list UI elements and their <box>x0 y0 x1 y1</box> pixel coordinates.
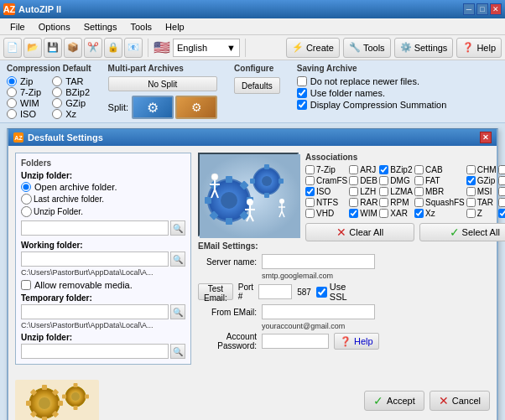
assoc-label-gzip[interactable]: GZip <box>477 176 496 185</box>
cancel-button[interactable]: ✕ Cancel <box>430 391 490 411</box>
help-button[interactable]: ❓ Help <box>456 38 502 58</box>
assoc-label-rpm[interactable]: RPM <box>390 198 409 207</box>
assoc-checkbox-vhd[interactable] <box>305 209 315 218</box>
assoc-label-cramfs[interactable]: CramFS <box>316 176 347 185</box>
assoc-checkbox-mbr[interactable] <box>414 187 424 196</box>
assoc-checkbox-squashfs[interactable] <box>414 198 424 207</box>
assoc-checkbox-bzip2[interactable] <box>379 165 388 174</box>
assoc-label-bzip2[interactable]: BZip2 <box>390 165 412 174</box>
radio-zip[interactable] <box>7 76 17 86</box>
menu-file[interactable]: File <box>3 20 32 34</box>
last-archive-radio[interactable] <box>21 194 32 205</box>
assoc-checkbox-deb[interactable] <box>349 176 358 185</box>
assoc-label-mbr[interactable]: MBR <box>425 187 444 196</box>
assoc-checkbox-xz[interactable] <box>414 209 424 218</box>
assoc-checkbox-dmg[interactable] <box>379 176 388 185</box>
language-selector[interactable]: 🇺🇸 English ▼ <box>154 39 240 57</box>
assoc-checkbox-rar[interactable] <box>349 198 358 207</box>
radio-bzip2-row[interactable]: BZip2 <box>52 87 91 97</box>
assoc-checkbox-hfs[interactable] <box>498 176 505 185</box>
radio-wim[interactable] <box>7 98 17 108</box>
assoc-label-msi[interactable]: MSI <box>477 187 492 196</box>
port-input[interactable] <box>258 284 292 299</box>
test-email-button[interactable]: Test Email: <box>198 283 233 300</box>
settings-button[interactable]: ⚙️ Settings <box>394 38 454 58</box>
assoc-label-tar[interactable]: TAR <box>477 198 493 207</box>
no-split-button[interactable]: No Split <box>108 76 217 91</box>
assoc-checkbox-fat[interactable] <box>414 176 424 185</box>
radio-tar-row[interactable]: TAR <box>52 76 91 86</box>
assoc-checkbox-ntfs[interactable] <box>305 198 315 207</box>
assoc-checkbox-tar[interactable] <box>466 198 476 207</box>
assoc-label-z[interactable]: Z <box>477 209 482 218</box>
radio-xz[interactable] <box>52 109 62 119</box>
radio-7zip[interactable] <box>7 87 17 97</box>
display-compression-check[interactable] <box>297 100 307 110</box>
radio-7zip-row[interactable]: 7-Zip <box>7 87 45 97</box>
assoc-checkbox-xar[interactable] <box>379 209 388 218</box>
toolbar-btn6[interactable]: 🔒 <box>104 38 122 58</box>
toolbar-open[interactable]: 📂 <box>23 38 42 58</box>
unzip-path-input[interactable] <box>21 220 169 236</box>
assoc-label-lzma[interactable]: LZMA <box>390 187 413 196</box>
clear-all-button[interactable]: ✕ Clear All <box>305 223 414 241</box>
unzip-bottom-browse-btn[interactable]: 🔍 <box>170 344 185 359</box>
select-all-button[interactable]: ✓ Select All <box>419 223 505 241</box>
assoc-label-rar[interactable]: RAR <box>360 198 377 207</box>
toolbar-btn5[interactable]: ✂️ <box>84 38 102 58</box>
assoc-label-deb[interactable]: DEB <box>360 176 377 185</box>
assoc-checkbox-cab[interactable] <box>414 165 424 174</box>
assoc-checkbox-cpio[interactable] <box>498 165 505 174</box>
assoc-label-iso[interactable]: ISO <box>316 187 331 196</box>
radio-xz-row[interactable]: Xz <box>52 109 91 119</box>
close-button[interactable]: ✕ <box>490 3 502 15</box>
assoc-checkbox-lzh[interactable] <box>349 187 358 196</box>
assoc-checkbox-iso[interactable] <box>305 187 315 196</box>
assoc-checkbox-lzma[interactable] <box>379 187 388 196</box>
menu-help[interactable]: Help <box>159 20 191 34</box>
assoc-checkbox-gzip[interactable] <box>466 176 476 185</box>
assoc-checkbox-cramfs[interactable] <box>305 176 315 185</box>
toolbar-new[interactable]: 📄 <box>3 38 22 58</box>
radio-zip-row[interactable]: Zip <box>7 76 45 86</box>
temp-path-input[interactable] <box>21 304 169 319</box>
unzip-browse-btn[interactable]: 🔍 <box>170 220 185 236</box>
assoc-label-arj[interactable]: ARJ <box>360 165 376 174</box>
no-replace-row[interactable]: Do not replace newer files. <box>297 76 447 86</box>
tools-button[interactable]: 🔧 Tools <box>343 38 391 58</box>
no-replace-check[interactable] <box>297 76 307 86</box>
assoc-checkbox-7-zip[interactable] <box>305 165 315 174</box>
assoc-label-dmg[interactable]: DMG <box>390 176 409 185</box>
accept-button[interactable]: ✓ Accept <box>364 391 424 411</box>
assoc-label-lzh[interactable]: LZH <box>360 187 376 196</box>
open-archive-radio[interactable]: Open archive folder. <box>21 182 185 192</box>
toolbar-btn7[interactable]: 📧 <box>124 38 143 58</box>
menu-options[interactable]: Options <box>32 20 77 34</box>
radio-gzip-row[interactable]: GZip <box>52 98 91 108</box>
assoc-checkbox-rpm[interactable] <box>379 198 388 207</box>
assoc-checkbox-arj[interactable] <box>349 165 358 174</box>
menu-settings[interactable]: Settings <box>77 20 124 34</box>
assoc-label-cab[interactable]: CAB <box>425 165 443 174</box>
working-path-input[interactable] <box>21 251 169 267</box>
maximize-button[interactable]: □ <box>476 3 488 15</box>
assoc-label-7-zip[interactable]: 7-Zip <box>316 165 336 174</box>
use-folders-check[interactable] <box>297 88 307 98</box>
assoc-checkbox-nsis[interactable] <box>498 187 505 196</box>
assoc-label-chm[interactable]: CHM <box>477 165 497 174</box>
assoc-label-wim[interactable]: WIM <box>360 209 377 218</box>
assoc-label-squashfs[interactable]: SquashFS <box>425 198 465 207</box>
language-combo[interactable]: English ▼ <box>173 39 240 57</box>
radio-gzip[interactable] <box>52 98 62 108</box>
toolbar-btn4[interactable]: 📦 <box>64 38 82 58</box>
minimize-button[interactable]: ─ <box>463 3 475 15</box>
radio-iso[interactable] <box>7 109 17 119</box>
dialog-close-button[interactable]: ✕ <box>480 132 492 143</box>
assoc-label-fat[interactable]: FAT <box>425 176 440 185</box>
assoc-checkbox-msi[interactable] <box>466 187 476 196</box>
assoc-label-xz[interactable]: Xz <box>425 209 435 218</box>
radio-bzip2[interactable] <box>52 87 62 97</box>
display-compression-row[interactable]: Display Compression Summation <box>297 100 447 110</box>
assoc-checkbox-chm[interactable] <box>466 165 476 174</box>
defaults-button[interactable]: Defaults <box>234 77 280 94</box>
